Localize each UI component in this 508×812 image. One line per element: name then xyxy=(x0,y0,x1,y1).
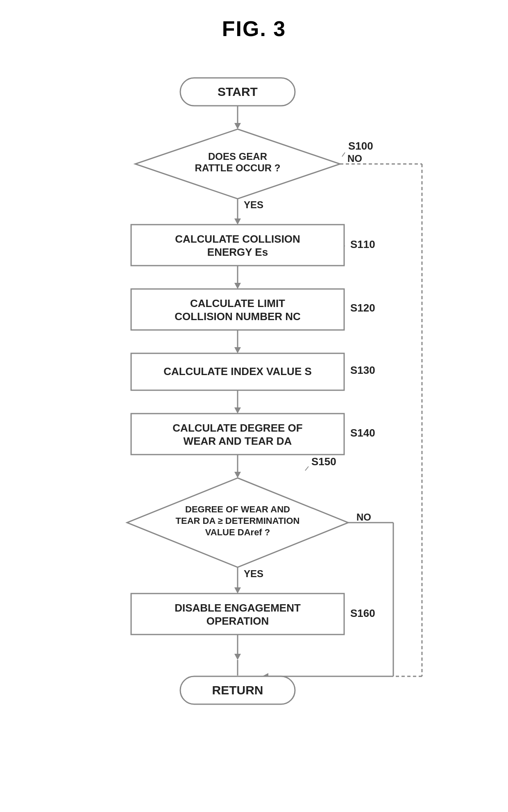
s100-yes-label: YES xyxy=(244,199,263,210)
s150-yes-label: YES xyxy=(244,568,263,579)
svg-rect-11 xyxy=(131,289,344,330)
svg-marker-26 xyxy=(234,654,241,660)
s120-step-label: S120 xyxy=(350,302,375,314)
s120-line1: CALCULATE LIMIT xyxy=(190,297,285,309)
flowchart-diagram: START DOES GEAR RATTLE OCCUR ? S100 YES … xyxy=(70,66,438,812)
svg-marker-19 xyxy=(234,472,241,478)
s160-step-label: S160 xyxy=(350,607,375,619)
s120-line2: COLLISION NUMBER NC xyxy=(175,310,301,323)
s140-line2: WEAR AND TEAR DA xyxy=(184,435,292,447)
s100-step-label: S100 xyxy=(348,140,373,152)
s100-line2: RATTLE OCCUR ? xyxy=(195,162,281,173)
svg-marker-13 xyxy=(234,347,241,353)
svg-marker-23 xyxy=(234,587,241,594)
s110-step-label: S110 xyxy=(350,238,375,250)
svg-marker-16 xyxy=(234,407,241,414)
start-label: START xyxy=(218,85,258,98)
svg-rect-24 xyxy=(131,594,344,635)
s140-step-label: S140 xyxy=(350,427,375,439)
s160-line2: OPERATION xyxy=(206,615,269,627)
s150-line1: DEGREE OF WEAR AND xyxy=(185,504,290,514)
s150-line2: TEAR DA ≥ DETERMINATION xyxy=(176,516,300,526)
s100-no-label: NO xyxy=(347,153,362,164)
svg-rect-17 xyxy=(131,414,344,455)
page: FIG. 3 START DOES GEAR RATTLE OCCUR ? S1… xyxy=(0,0,508,812)
s110-line1: CALCULATE COLLISION xyxy=(175,233,300,245)
s130-text: CALCULATE INDEX VALUE S xyxy=(163,365,312,378)
svg-line-20 xyxy=(305,466,308,471)
s150-step-label: S150 xyxy=(311,455,336,468)
svg-marker-10 xyxy=(234,283,241,289)
s130-step-label: S130 xyxy=(350,364,375,376)
s140-line1: CALCULATE DEGREE OF xyxy=(172,422,302,434)
svg-rect-7 xyxy=(131,225,344,266)
s100-line1: DOES GEAR xyxy=(208,151,267,162)
s150-line3: VALUE DAref ? xyxy=(205,527,270,537)
return-label: RETURN xyxy=(212,683,263,697)
s150-no-label: NO xyxy=(356,512,371,523)
figure-title: FIG. 3 xyxy=(222,16,286,41)
svg-marker-2 xyxy=(234,123,241,129)
svg-marker-6 xyxy=(234,218,241,225)
s160-line1: DISABLE ENGAGEMENT xyxy=(175,602,301,614)
s110-line2: ENERGY Es xyxy=(207,246,268,258)
svg-line-4 xyxy=(342,152,345,157)
